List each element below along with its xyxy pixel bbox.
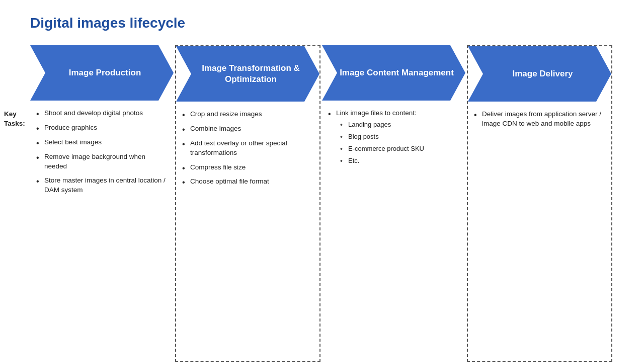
- tasks-col-2: Crop and resize images Combine images Ad…: [176, 102, 319, 361]
- tasks-col-4: Deliver images from application server /…: [468, 102, 611, 361]
- page: Digital images lifecycle Image Productio…: [0, 0, 644, 362]
- col-image-transformation: Image Transformation & Optimization Crop…: [175, 45, 320, 362]
- task-item: Choose optimal file format: [182, 177, 313, 187]
- task-list-1: Shoot and develop digital photos Produce…: [36, 109, 168, 195]
- arrow-shape-1: Image Production: [30, 45, 174, 101]
- col-image-production: Image Production KeyTasks: Shoot and dev…: [30, 45, 174, 362]
- task-list-3: Link image files to content: Landing pag…: [328, 109, 459, 166]
- task-item: Crop and resize images: [182, 110, 313, 119]
- task-item: Add text overlay or other special transf…: [182, 139, 313, 158]
- task-item: Produce graphics: [36, 123, 168, 133]
- arrow-image-content: Image Content Management: [322, 45, 465, 101]
- arrow-label-2: Image Transformation & Optimization: [176, 63, 319, 85]
- task-list-4: Deliver images from application server /…: [474, 110, 605, 129]
- page-title: Digital images lifecycle: [30, 15, 614, 31]
- task-item: Deliver images from application server /…: [474, 110, 605, 129]
- arrow-label-3: Image Content Management: [325, 67, 463, 78]
- key-tasks-label: KeyTasks:: [4, 110, 25, 129]
- task-item: Combine images: [182, 124, 313, 134]
- arrow-label-1: Image Production: [54, 67, 150, 78]
- tasks-col-1: KeyTasks: Shoot and develop digital phot…: [30, 101, 174, 362]
- sub-task-item: E-commerce product SKU: [340, 144, 459, 153]
- sub-task-item: Blog posts: [340, 132, 459, 141]
- sub-task-list-3: Landing pages Blog posts E-commerce prod…: [336, 120, 459, 166]
- task-item: Compress file size: [182, 163, 313, 172]
- arrow-shape-2: Image Transformation & Optimization: [176, 46, 319, 102]
- tasks-col-3: Link image files to content: Landing pag…: [322, 101, 465, 362]
- lifecycle-grid: Image Production KeyTasks: Shoot and dev…: [30, 45, 614, 362]
- task-item: Select best images: [36, 138, 168, 147]
- task-list-2: Crop and resize images Combine images Ad…: [182, 110, 313, 187]
- arrow-shape-3: Image Content Management: [322, 45, 465, 101]
- arrow-image-production: Image Production: [30, 45, 174, 101]
- task-item: Store master images in central location …: [36, 176, 168, 195]
- task-item: Remove image background when needed: [36, 152, 168, 171]
- task-item: Shoot and develop digital photos: [36, 109, 168, 118]
- sub-task-item: Landing pages: [340, 120, 459, 129]
- col-image-delivery: Image Delivery Deliver images from appli…: [467, 45, 612, 362]
- col-image-content: Image Content Management Link image file…: [322, 45, 465, 362]
- sub-task-item: Etc.: [340, 156, 459, 165]
- task-item: Link image files to content: Landing pag…: [328, 109, 459, 166]
- arrow-shape-4: Image Delivery: [468, 46, 611, 102]
- arrow-image-delivery: Image Delivery: [468, 46, 611, 102]
- arrow-image-transformation: Image Transformation & Optimization: [176, 46, 319, 102]
- arrow-label-4: Image Delivery: [497, 68, 582, 79]
